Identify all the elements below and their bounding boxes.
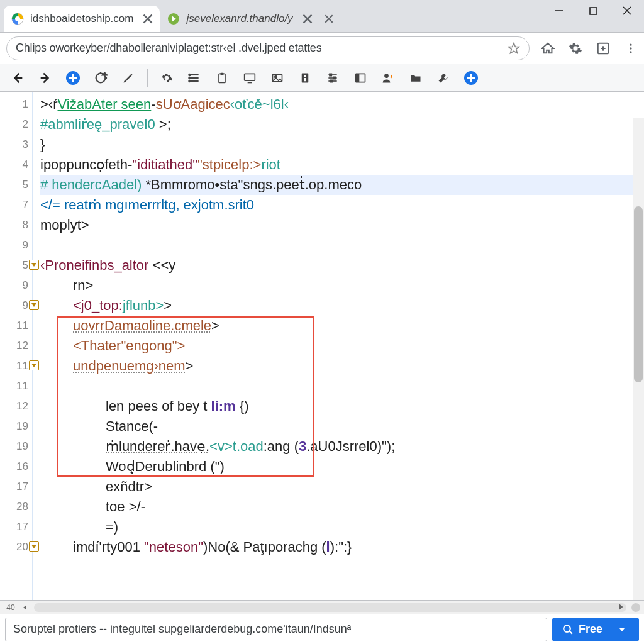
add-secondary-button[interactable] [458, 67, 484, 89]
footer-bar: Soruptel protiers -- integuitel supgelia… [0, 614, 644, 644]
window-maximize-button[interactable] [576, 0, 610, 21]
hscroll-track[interactable] [34, 603, 626, 612]
vertical-scrollbar[interactable] [633, 118, 644, 614]
svg-rect-33 [219, 74, 225, 82]
menu-kebab-icon[interactable] [624, 42, 638, 55]
extensions-add-icon[interactable] [596, 42, 610, 55]
window-close-button[interactable] [610, 0, 644, 21]
settings-gear-icon[interactable] [569, 42, 582, 55]
status-dot [631, 603, 640, 612]
svg-rect-34 [221, 72, 224, 74]
svg-rect-40 [304, 75, 306, 77]
svg-point-50 [384, 74, 389, 78]
svg-line-61 [569, 631, 572, 634]
svg-rect-45 [330, 74, 331, 75]
favicon-green-icon [167, 13, 180, 25]
svg-rect-49 [356, 74, 360, 82]
list-button[interactable] [182, 67, 207, 89]
refresh-button[interactable] [88, 67, 113, 89]
scroll-right-arrow-icon[interactable] [616, 602, 625, 611]
scroll-left-arrow-icon[interactable] [21, 604, 29, 611]
url-text: Chlips oworkeyber/dhabolleranlviplaget:s… [16, 42, 501, 55]
svg-point-18 [630, 47, 631, 49]
svg-rect-47 [331, 80, 333, 82]
browser-tab-1[interactable]: idshboaidetoship.com [4, 6, 160, 32]
svg-marker-26 [103, 72, 107, 75]
nav-back-button[interactable] [5, 67, 30, 89]
extra-close-icon[interactable] [319, 6, 338, 32]
svg-marker-13 [509, 43, 519, 53]
config-gear-button[interactable] [154, 67, 179, 89]
line-gutter: 12345789599111211111219191617281720 [0, 92, 33, 613]
tab-title: idshboaidetoship.com [30, 13, 133, 25]
tab-title: jsevelexanrd.thandlo/y [186, 13, 292, 25]
image-button[interactable] [265, 67, 290, 89]
search-icon [562, 624, 574, 635]
footer-search-input[interactable]: Soruptel protiers -- integuitel supgelia… [5, 618, 547, 641]
svg-point-17 [630, 43, 631, 45]
address-bar[interactable]: Chlips oworkeyber/dhabolleranlviplaget:s… [6, 36, 530, 60]
status-line-number: 40 [0, 603, 21, 612]
svg-point-31 [189, 77, 191, 79]
add-button[interactable] [60, 67, 86, 89]
svg-marker-59 [619, 604, 623, 609]
favicon-globe-icon [11, 13, 24, 25]
folder-button[interactable] [403, 67, 428, 89]
nav-forward-button[interactable] [33, 67, 58, 89]
svg-point-60 [564, 625, 570, 632]
code-content[interactable]: >‹ŕVižabAter seen-sUơAagicec‹oťcě~l6l‹#a… [33, 92, 644, 613]
horizontal-scroll-row: 40 [0, 600, 644, 614]
window-minimize-button[interactable] [542, 0, 576, 21]
footer-button-label: Free [579, 623, 602, 636]
footer-button-dropdown[interactable] [614, 618, 629, 641]
wrench-button[interactable] [431, 67, 456, 89]
footer-action-button[interactable]: Free [552, 618, 639, 641]
svg-marker-62 [619, 628, 625, 631]
code-editor[interactable]: 12345789599111211111219191617281720 >‹ŕV… [0, 92, 644, 614]
svg-rect-46 [334, 77, 336, 79]
svg-rect-1 [590, 8, 597, 14]
panel-button[interactable] [348, 67, 373, 89]
svg-rect-35 [245, 74, 255, 80]
display-button[interactable] [237, 67, 262, 89]
svg-rect-37 [273, 74, 282, 82]
svg-point-30 [189, 74, 191, 75]
svg-rect-41 [304, 78, 306, 81]
scrollbar-thumb[interactable] [634, 206, 643, 382]
tab-close-icon[interactable] [302, 13, 313, 25]
svg-marker-58 [23, 605, 26, 610]
svg-point-19 [630, 51, 631, 53]
bookmark-star-icon[interactable] [508, 42, 520, 55]
home-icon[interactable] [541, 42, 555, 55]
svg-point-32 [189, 80, 191, 82]
footer-input-text: Soruptel protiers -- integuitel supgelia… [13, 623, 351, 636]
edit-button[interactable] [116, 67, 141, 89]
user-voice-button[interactable] [375, 67, 401, 89]
clipboard-button[interactable] [209, 67, 235, 89]
tab-close-icon[interactable] [142, 13, 153, 25]
browser-tab-2[interactable]: jsevelexanrd.thandlo/y [160, 6, 319, 32]
editor-toolbar [0, 64, 644, 92]
tune-button[interactable] [320, 67, 345, 89]
svg-point-5 [15, 16, 20, 21]
address-bar-row: Chlips oworkeyber/dhabolleranlviplaget:s… [0, 33, 644, 64]
info-button[interactable] [292, 67, 318, 89]
